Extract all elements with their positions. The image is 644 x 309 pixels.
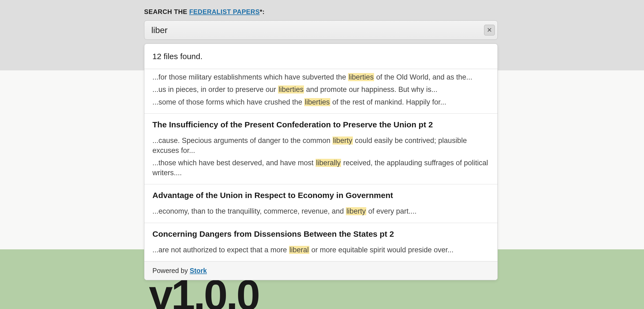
excerpt-highlight: liberties: [278, 85, 304, 94]
result-item[interactable]: Advantage of the Union in Respect to Eco…: [144, 184, 497, 223]
excerpt-highlight: liberty: [332, 136, 353, 145]
result-excerpt: ...some of those forms which have crushe…: [152, 97, 489, 107]
result-item[interactable]: ...for those military establishments whi…: [144, 69, 497, 114]
results-footer: Powered by Stork: [144, 261, 497, 280]
excerpt-after: of the Old World, and as the...: [374, 73, 472, 81]
result-item[interactable]: Concerning Dangers from Dissensions Betw…: [144, 223, 497, 261]
results-list: ...for those military establishments whi…: [144, 69, 497, 261]
excerpt-before: ...are not authorized to expect that a m…: [152, 246, 289, 254]
excerpt-highlight: liberally: [316, 159, 341, 167]
close-icon: ✕: [487, 26, 492, 34]
excerpt-highlight: liberal: [289, 246, 309, 254]
result-item[interactable]: The Insufficiency of the Present Confede…: [144, 114, 497, 184]
search-container: SEARCH THE FEDERALIST PAPERS*: ✕ 12 file…: [144, 8, 498, 280]
search-label-suffix: *:: [260, 8, 265, 15]
excerpt-before: ...cause. Specious arguments of danger t…: [152, 136, 332, 145]
excerpt-highlight: liberties: [348, 73, 374, 81]
excerpt-before: ...some of those forms which have crushe…: [152, 98, 304, 106]
excerpt-before: ...for those military establishments whi…: [152, 73, 348, 81]
excerpt-after: of the rest of mankind. Happily for...: [330, 98, 446, 106]
stork-link[interactable]: Stork: [190, 267, 207, 274]
result-excerpt: ...cause. Specious arguments of danger t…: [152, 136, 489, 155]
excerpt-after: and promote our happiness. But why is...: [304, 85, 437, 94]
excerpt-highlight: liberties: [304, 98, 330, 106]
result-excerpt: ...for those military establishments whi…: [152, 72, 489, 82]
excerpt-before: ...economy, than to the tranquillity, co…: [152, 207, 346, 215]
excerpt-before: ...those which have best deserved, and h…: [152, 159, 316, 167]
footer-prefix: Powered by: [152, 267, 190, 274]
result-title: The Insufficiency of the Present Confede…: [152, 120, 489, 129]
clear-button[interactable]: ✕: [484, 25, 495, 35]
excerpt-after: or more equitable spirit would preside o…: [309, 246, 453, 254]
result-excerpt: ...us in pieces, in order to preserve ou…: [152, 85, 489, 94]
search-input[interactable]: [151, 25, 476, 35]
result-title: Concerning Dangers from Dissensions Betw…: [152, 229, 489, 239]
result-excerpt: ...economy, than to the tranquillity, co…: [152, 206, 489, 216]
search-label-prefix: SEARCH THE: [144, 8, 189, 15]
search-input-wrapper: ✕: [144, 20, 498, 40]
excerpt-after: of every part....: [366, 207, 417, 215]
results-count-header: 12 files found.: [144, 44, 497, 69]
result-excerpt: ...those which have best deserved, and h…: [152, 158, 489, 178]
excerpt-before: ...us in pieces, in order to preserve ou…: [152, 85, 278, 94]
result-title: Advantage of the Union in Respect to Eco…: [152, 191, 489, 200]
federalist-papers-link[interactable]: FEDERALIST PAPERS: [189, 8, 260, 15]
result-excerpt: ...are not authorized to expect that a m…: [152, 245, 489, 255]
results-panel: 12 files found. ...for those military es…: [144, 44, 498, 280]
excerpt-highlight: liberty: [346, 207, 366, 215]
search-label: SEARCH THE FEDERALIST PAPERS*:: [144, 8, 498, 16]
